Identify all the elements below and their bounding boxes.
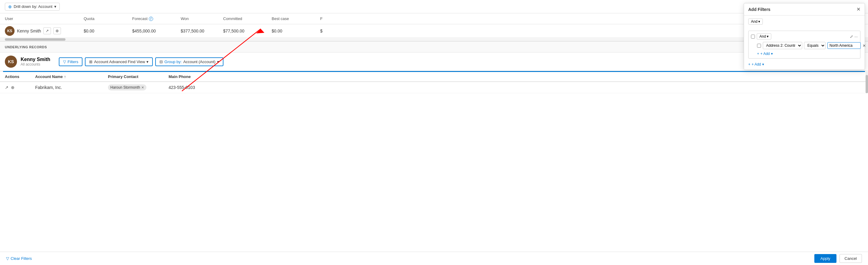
col-f-header: F <box>320 17 338 21</box>
user-name: Kenny Smith <box>21 57 50 62</box>
controls-row: ▽ Filters ⊞ Account Advanced Find View ▾… <box>59 57 223 66</box>
panel-close-btn[interactable]: ✕ <box>857 6 861 12</box>
col-user-header: User <box>5 17 84 21</box>
expand-filter-btn[interactable]: ⤢ <box>850 34 853 39</box>
panel-add-label: + Add <box>751 62 761 67</box>
row-more-btn[interactable]: ⊕ <box>11 85 14 90</box>
group-and-label: And <box>760 34 766 38</box>
field-select[interactable]: Address 2: Country/Reg... <box>763 42 802 49</box>
contact-remove-icon[interactable]: ✕ <box>141 86 144 89</box>
user-avatar: KS <box>5 56 17 68</box>
col-primary-header: Primary Contact <box>108 74 168 79</box>
forecast-quota-cell: $0.00 <box>84 29 132 33</box>
top-and-badge[interactable]: And ▾ <box>748 19 763 25</box>
data-table-header: Actions Account Name ↑ Primary Contact M… <box>0 72 868 82</box>
scroll-thumb[interactable] <box>5 38 65 41</box>
group-and-badge[interactable]: And ▾ <box>757 33 771 39</box>
underlying-header: UNDERLYING RECORDS ⊞ Show as Kanban ⤢ Ex… <box>0 42 868 53</box>
forecast-won-cell: $377,500.00 <box>181 29 223 33</box>
panel-body: And ▾ And ▾ ⤢ ··· <box>744 16 865 70</box>
top-and-chevron: ▾ <box>758 20 760 24</box>
panel-add-chevron: ▾ <box>762 62 764 67</box>
view-label: Account Advanced Find View <box>94 59 145 64</box>
panel-add-icon: + <box>748 62 750 67</box>
filters-label: Filters <box>68 59 78 64</box>
col-best-header: Best case <box>272 17 320 21</box>
action-icons: ↗ ⊕ <box>43 27 61 34</box>
col-quota-header: Quota <box>84 17 132 21</box>
drill-down-button[interactable]: ⊕ Drill down by: Account ▾ <box>5 3 60 10</box>
add-condition-label: + Add <box>761 52 770 56</box>
user-name-block: Kenny Smith All accounts <box>21 57 50 67</box>
filter-group: And ▾ ⤢ ··· Address 2: Country/Reg... Eq… <box>748 31 861 59</box>
table-row: ↗ ⊕ Fabrikam, Inc. Haroun Stormonth ✕ 42… <box>0 82 868 93</box>
share-icon-btn[interactable]: ↗ <box>43 27 51 34</box>
group-by-value: Account (Account) <box>183 59 215 64</box>
underlying-title: UNDERLYING RECORDS <box>5 45 47 49</box>
filter-group-actions: ⤢ ··· <box>850 34 858 39</box>
add-condition-btn[interactable]: + + Add ▾ <box>757 52 773 56</box>
drill-icon: ⊕ <box>8 4 12 9</box>
vertical-scrollbar[interactable] <box>866 72 868 93</box>
group-by-button[interactable]: ⊟ Group by: Account (Account) ▾ <box>155 57 223 66</box>
vertical-scroll-thumb[interactable] <box>866 75 868 93</box>
filter-condition-row: Address 2: Country/Reg... Equals ✕ <box>757 42 858 49</box>
forecast-table: User Quota Forecast i Won Committed Best… <box>0 14 868 38</box>
group-by-icon: ⊟ <box>159 59 163 64</box>
forecast-best-cell: $0.00 <box>272 29 320 33</box>
filter-icon: ▽ <box>63 59 66 64</box>
add-condition-icon: + <box>757 52 759 56</box>
col-forecast-header: Forecast i <box>132 17 181 21</box>
forecast-user-name: Kenny Smith <box>17 29 41 33</box>
top-and-row: And ▾ <box>748 19 861 28</box>
contact-name: Haroun Stormonth <box>111 85 140 89</box>
forecast-info-icon[interactable]: i <box>149 17 153 21</box>
view-button[interactable]: ⊞ Account Advanced Find View ▾ <box>85 57 153 66</box>
forecast-committed-cell: $77,500.00 <box>223 29 272 33</box>
view-grid-icon: ⊞ <box>89 59 92 64</box>
sort-icon[interactable]: ↑ <box>64 74 66 79</box>
col-phone-header: Main Phone <box>168 74 229 79</box>
add-condition-chevron: ▾ <box>771 52 773 56</box>
user-sub: All accounts <box>21 62 50 67</box>
target-icon-btn[interactable]: ⊕ <box>53 27 61 34</box>
filter-group-header: And ▾ ⤢ ··· <box>751 33 858 39</box>
operator-select[interactable]: Equals <box>804 42 826 49</box>
contact-tag: Haroun Stormonth ✕ <box>108 84 147 90</box>
view-chevron: ▾ <box>147 59 149 64</box>
forecast-user-cell: KS Kenny Smith ↗ ⊕ <box>5 26 84 36</box>
data-table: Actions Account Name ↑ Primary Contact M… <box>0 72 868 93</box>
panel-title: Add Filters <box>748 7 770 12</box>
top-and-label: And <box>751 20 757 24</box>
forecast-row: KS Kenny Smith ↗ ⊕ $0.00 $455,000.00 $37… <box>0 24 868 38</box>
condition-checkbox[interactable] <box>757 44 761 48</box>
filters-button[interactable]: ▽ Filters <box>59 57 83 66</box>
forecast-header: User Quota Forecast i Won Committed Best… <box>0 14 868 24</box>
drill-down-chevron: ▾ <box>54 4 56 9</box>
col-actions-header: Actions <box>5 74 35 79</box>
user-row: KS Kenny Smith All accounts ▽ Filters ⊞ … <box>0 53 868 71</box>
col-committed-header: Committed <box>223 17 272 21</box>
row-account-name: Fabrikam, Inc. <box>35 85 108 90</box>
row-primary-contact: Haroun Stormonth ✕ <box>108 84 168 90</box>
group-checkbox[interactable] <box>751 35 755 38</box>
col-account-header: Account Name ↑ <box>35 74 108 79</box>
add-filters-panel: Add Filters ✕ And ▾ And ▾ ⤢ ··· <box>744 3 865 70</box>
remove-condition-btn[interactable]: ✕ <box>863 44 866 48</box>
drill-down-label: Drill down by: Account <box>13 4 53 9</box>
value-input[interactable] <box>827 42 861 49</box>
horizontal-scrollbar[interactable] <box>0 38 868 41</box>
panel-header: Add Filters ✕ <box>744 3 865 16</box>
row-phone: 423-555-0103 <box>168 85 229 90</box>
panel-add-btn[interactable]: + + Add ▾ <box>748 62 764 67</box>
forecast-forecast-cell: $455,000.00 <box>132 29 181 33</box>
underlying-section: UNDERLYING RECORDS ⊞ Show as Kanban ⤢ Ex… <box>0 41 868 93</box>
row-open-btn[interactable]: ↗ <box>5 85 8 90</box>
top-bar: ⊕ Drill down by: Account ▾ <box>0 0 868 14</box>
group-and-chevron: ▾ <box>767 34 769 38</box>
col-won-header: Won <box>181 17 223 21</box>
forecast-f-cell: $ <box>320 29 338 33</box>
avatar: KS <box>5 26 14 36</box>
row-actions: ↗ ⊕ <box>5 85 35 90</box>
more-filter-btn[interactable]: ··· <box>855 34 858 39</box>
